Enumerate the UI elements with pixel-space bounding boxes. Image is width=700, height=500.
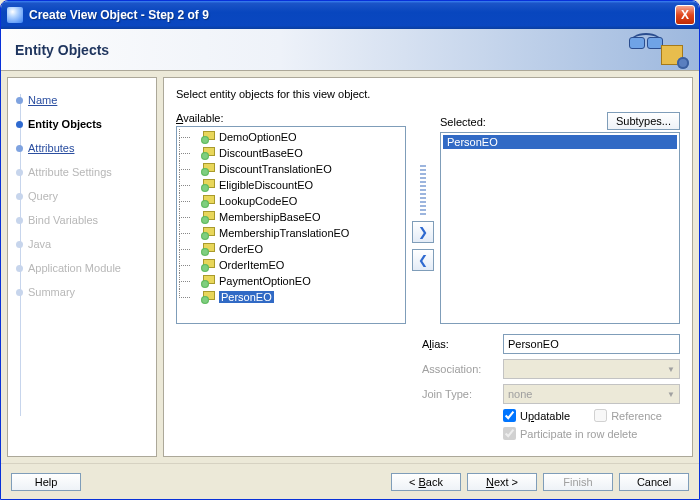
step-sidebar: Name Entity Objects Attributes Attribute…: [7, 77, 157, 457]
entity-object-icon: [201, 211, 215, 223]
cancel-button[interactable]: Cancel: [619, 473, 689, 491]
list-item[interactable]: OrderItemEO: [179, 257, 403, 273]
entity-object-icon: [201, 147, 215, 159]
list-item-label: DiscountBaseEO: [219, 147, 303, 159]
entity-object-icon: [201, 195, 215, 207]
alias-label: Alias:: [422, 338, 497, 350]
shuttle-controls: ❯ ❮: [408, 112, 438, 324]
wizard-body: Name Entity Objects Attributes Attribute…: [1, 71, 699, 463]
subtypes-button[interactable]: Subtypes...: [607, 112, 680, 130]
list-item-label: DemoOptionEO: [219, 131, 297, 143]
entity-object-icon: [201, 179, 215, 191]
selected-column: Selected: Subtypes... PersonEO: [440, 112, 680, 324]
step-attributes[interactable]: Attributes: [28, 136, 150, 160]
wizard-content: Select entity objects for this view obje…: [163, 77, 693, 457]
back-button[interactable]: < Back: [391, 473, 461, 491]
step-name[interactable]: Name: [28, 88, 150, 112]
selected-label: Selected:: [440, 116, 486, 128]
list-item[interactable]: DemoOptionEO: [179, 129, 403, 145]
list-item-label: MembershipBaseEO: [219, 211, 321, 223]
shuttle-row: Available: DemoOptionEODiscountBaseEODis…: [176, 112, 680, 324]
list-item[interactable]: MembershipBaseEO: [179, 209, 403, 225]
step-bind-variables: Bind Variables: [28, 208, 150, 232]
association-select: ▼: [503, 359, 680, 379]
reference-checkbox: Reference: [594, 409, 662, 422]
join-type-label: Join Type:: [422, 388, 497, 400]
available-listbox[interactable]: DemoOptionEODiscountBaseEODiscountTransl…: [176, 126, 406, 324]
chevron-down-icon: ▼: [667, 365, 675, 374]
instruction-text: Select entity objects for this view obje…: [176, 88, 680, 100]
shuttle-grip-icon: [420, 165, 426, 215]
association-label: Association:: [422, 363, 497, 375]
step-attribute-settings: Attribute Settings: [28, 160, 150, 184]
entity-object-icon: [201, 243, 215, 255]
add-button[interactable]: ❯: [412, 221, 434, 243]
remove-button[interactable]: ❮: [412, 249, 434, 271]
entity-object-icon: [201, 259, 215, 271]
entity-object-icon: [201, 275, 215, 287]
chevron-left-icon: ❮: [418, 253, 428, 267]
list-item-label: LookupCodeEO: [219, 195, 297, 207]
entity-object-icon: [201, 131, 215, 143]
list-item[interactable]: DiscountBaseEO: [179, 145, 403, 161]
available-column: Available: DemoOptionEODiscountBaseEODis…: [176, 112, 406, 324]
list-item[interactable]: OrderEO: [179, 241, 403, 257]
app-icon: [7, 7, 23, 23]
list-item[interactable]: PaymentOptionEO: [179, 273, 403, 289]
list-item[interactable]: MembershipTranslationEO: [179, 225, 403, 241]
participate-checkbox-input: [503, 427, 516, 440]
available-label: Available:: [176, 112, 406, 124]
list-item-label: PaymentOptionEO: [219, 275, 311, 287]
list-item-label: OrderEO: [219, 243, 263, 255]
updatable-checkbox-input[interactable]: [503, 409, 516, 422]
participate-checkbox-label: Participate in row delete: [520, 428, 637, 440]
list-item-label: OrderItemEO: [219, 259, 284, 271]
list-item[interactable]: PersonEO: [443, 135, 677, 149]
list-item-label: DiscountTranslationEO: [219, 163, 332, 175]
step-application-module: Application Module: [28, 256, 150, 280]
reference-checkbox-label: Reference: [611, 410, 662, 422]
entity-object-icon: [201, 291, 215, 303]
step-query: Query: [28, 184, 150, 208]
form-grid: Alias: Association: ▼ Join Type: none▼ U…: [422, 334, 680, 440]
chevron-right-icon: ❯: [418, 225, 428, 239]
list-item[interactable]: LookupCodeEO: [179, 193, 403, 209]
list-item[interactable]: PersonEO: [179, 289, 403, 305]
alias-input[interactable]: [503, 334, 680, 354]
participate-checkbox: Participate in row delete: [503, 427, 637, 440]
updatable-checkbox[interactable]: Updatable: [503, 409, 570, 422]
chevron-down-icon: ▼: [667, 390, 675, 399]
list-item-label: MembershipTranslationEO: [219, 227, 349, 239]
list-item-label: EligibleDiscountEO: [219, 179, 313, 191]
entity-object-icon: [201, 163, 215, 175]
header-graphic: [629, 31, 689, 69]
titlebar[interactable]: Create View Object - Step 2 of 9 X: [1, 1, 699, 29]
join-type-select: none▼: [503, 384, 680, 404]
list-item-label: PersonEO: [219, 291, 274, 303]
list-item[interactable]: EligibleDiscountEO: [179, 177, 403, 193]
window-title: Create View Object - Step 2 of 9: [29, 8, 675, 22]
step-summary: Summary: [28, 280, 150, 304]
wizard-header: Entity Objects: [1, 29, 699, 71]
finish-button: Finish: [543, 473, 613, 491]
page-title: Entity Objects: [15, 42, 109, 58]
help-button[interactable]: Help: [11, 473, 81, 491]
close-button[interactable]: X: [675, 5, 695, 25]
list-item[interactable]: DiscountTranslationEO: [179, 161, 403, 177]
reference-checkbox-input: [594, 409, 607, 422]
step-java: Java: [28, 232, 150, 256]
selected-listbox[interactable]: PersonEO: [440, 132, 680, 324]
wizard-window: Create View Object - Step 2 of 9 X Entit…: [0, 0, 700, 500]
step-entity-objects[interactable]: Entity Objects: [28, 112, 150, 136]
next-button[interactable]: Next >: [467, 473, 537, 491]
updatable-checkbox-label: Updatable: [520, 410, 570, 422]
wizard-footer: Help < Back Next > Finish Cancel: [1, 463, 699, 499]
entity-object-icon: [201, 227, 215, 239]
